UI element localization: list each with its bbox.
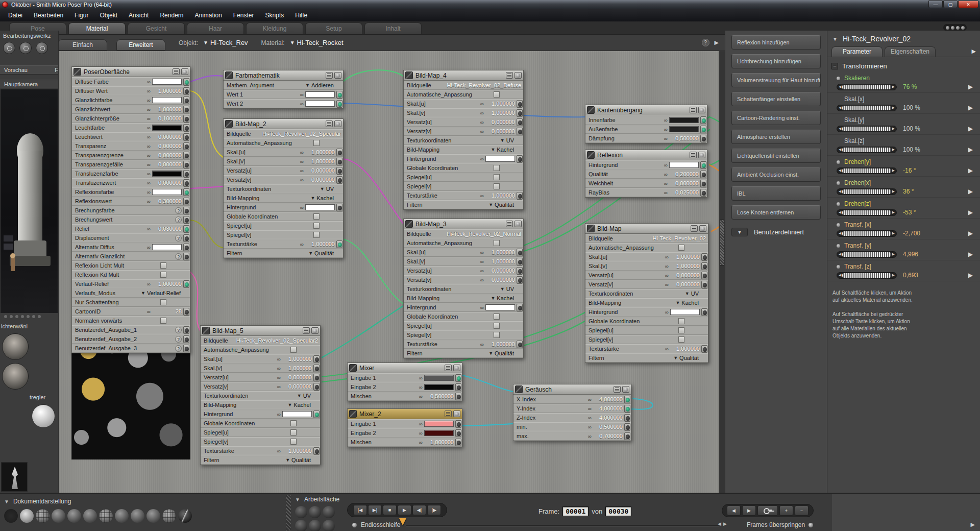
node-row[interactable]: Brechungswert? [72,215,190,224]
param-value[interactable]: 4,000000 [593,396,623,402]
param-value[interactable]: 1,000000 [670,254,700,260]
node-row[interactable]: Bild-Mapping▼Kachel [224,194,343,203]
param-value[interactable]: 0,000000 [282,383,312,390]
node-poseroberflaeche[interactable]: PoserOberflächeDiffuse Farbe∞Diffuser We… [71,66,190,353]
node-row[interactable]: Versatz[v]∞0,000000 [585,280,708,289]
output-plug[interactable] [183,326,189,334]
node-row[interactable]: Versatz[v]∞0,000000 [404,127,523,136]
param-value[interactable]: 0,000000 [152,161,182,167]
image-source-value[interactable]: Hi-Teck_Revolver_02 [652,235,706,242]
node-collapse-button[interactable] [690,107,697,113]
node-row[interactable]: Eingabe 2∞ [348,382,462,392]
node-row[interactable]: Skal.[v]∞1,000000 [404,108,523,117]
question-icon[interactable]: ? [175,207,182,214]
param-value[interactable]: 0,700000 [593,433,623,439]
node-mixer_2[interactable]: Mixer_2Eingabe 1∞Eingabe 2∞Mischen∞1,000… [347,408,462,447]
link-icon[interactable]: ∞ [664,181,667,186]
node-header[interactable]: Mixer_2 [348,409,462,419]
node-row[interactable]: Hintergrund∞ [585,160,707,170]
output-plug[interactable] [183,179,189,187]
dropdown[interactable]: ▼UV [500,137,514,143]
display-style-sphere-1[interactable] [4,509,18,523]
dial-value[interactable]: 100 % [903,104,936,111]
loop-radio[interactable] [352,523,357,527]
last-frame-button[interactable]: ▶| [368,505,382,515]
node-reflexion[interactable]: ReflexionHintergrund∞Qualität∞0,200000We… [585,150,707,198]
output-plug[interactable] [701,262,707,270]
node-header[interactable]: Bild-Map_2 [224,119,343,129]
param-value[interactable]: 0,025000 [669,189,699,196]
link-icon[interactable]: ∞ [300,150,303,155]
param-value[interactable]: 0,000000 [152,143,182,149]
output-plug[interactable] [183,198,189,205]
link-icon[interactable]: ∞ [147,98,150,103]
link-icon[interactable]: ∞ [419,394,422,399]
node-row[interactable]: Texturstärke∞1,000000 [224,239,343,249]
output-plug[interactable] [183,161,189,168]
node-row[interactable]: Automatische_Anpassung [404,238,523,248]
dial-value[interactable]: 100 % [903,125,936,132]
param-value[interactable]: 0,000000 [152,152,182,158]
node-header[interactable]: Bild-Map_3 [404,219,523,229]
output-plug[interactable] [336,149,342,156]
output-plug[interactable] [455,383,461,391]
node-row[interactable]: Bild-Mapping▼Kachel [201,400,320,409]
node-row[interactable]: Nur Schattenfang [72,298,190,307]
node-row[interactable]: Spiegel[u] [224,221,343,230]
node-bild-map_4[interactable]: Bild-Map_4BildquelleHi-Teck_Revolver_02_… [403,70,524,210]
node-row[interactable]: Filtern▼Qualität [201,455,320,465]
link-icon[interactable]: ∞ [664,172,667,177]
node-row[interactable]: Reflexion Kd Mult [72,270,190,279]
close-button[interactable]: ✕ [958,1,978,8]
output-plug[interactable] [183,87,189,95]
param-value[interactable]: 0,500000 [424,393,454,399]
node-header[interactable]: Farbmathematik [224,70,343,81]
tab-erweitert[interactable]: Erweitert [116,39,165,51]
node-row[interactable]: BildquelleHi-Teck_Revolver_02_Specular [224,129,343,138]
dial-menu-arrow[interactable]: ▶ [968,188,973,195]
node-kantenuebergang[interactable]: KantenübergangInnenfarbe∞Außenfarbe∞Dämp… [585,105,707,143]
parameter-dial[interactable]: Drehen[y]◀▶-16 °▶ [827,156,980,177]
dial-decrement-icon[interactable]: ◀ [839,148,841,152]
link-icon[interactable]: ∞ [277,448,280,454]
output-plug[interactable] [183,78,189,86]
preview-tab-2[interactable]: F [55,67,58,74]
output-plug[interactable] [701,253,707,261]
node-row[interactable]: Filtern▼Qualität [224,249,343,258]
dial-value[interactable]: -2,700 [903,230,936,237]
link-icon[interactable]: ∞ [300,205,303,210]
tab-parameter[interactable]: Parameter [831,46,883,57]
link-icon[interactable]: ∞ [147,79,150,85]
node-row[interactable]: Hintergrund∞ [404,154,523,163]
node-row[interactable]: Normalen vorwärts [72,316,190,325]
menu-bearbeiten[interactable]: Bearbeiten [29,10,68,20]
link-icon[interactable]: ∞ [480,259,483,264]
output-plug[interactable] [455,393,461,400]
color-swatch[interactable] [152,79,182,85]
link-icon[interactable]: ∞ [147,134,150,140]
wacro-button[interactable]: Ambient Occlusion einst. [731,167,821,182]
workspace-sphere[interactable] [323,520,335,531]
link-icon[interactable]: ∞ [480,268,483,274]
dial-decrement-icon[interactable]: ◀ [839,85,841,89]
param-value[interactable]: 4,000000 [593,405,623,412]
param-value[interactable]: 0,000000 [305,167,335,174]
node-row[interactable]: Eingabe 1∞ [348,373,462,382]
dropdown[interactable]: ▼UV [685,291,699,297]
dial-decrement-icon[interactable]: ◀ [839,252,841,256]
color-swatch[interactable] [424,430,454,436]
wacro-button[interactable]: Volumenstreuung für Haut hinzufü... [731,73,821,87]
link-icon[interactable]: ∞ [147,226,150,232]
node-row[interactable]: Texturkoordinaten▼UV [224,184,343,194]
node-row[interactable]: Glanzlichtwert∞1,000000 [72,105,190,114]
figure-thumb-1[interactable] [2,333,29,360]
current-frame-field[interactable]: 00001 [562,506,589,516]
output-plug[interactable] [517,267,523,275]
link-icon[interactable]: ∞ [664,117,667,123]
node-row[interactable]: Bild-Mapping▼Kachel [404,145,523,154]
output-plug[interactable] [183,244,189,251]
node-row[interactable]: Filtern▼Qualität [404,349,523,358]
output-plug[interactable] [313,411,320,418]
next-key-button[interactable]: ▶ [742,505,756,516]
maximize-button[interactable]: ▢ [943,1,958,8]
